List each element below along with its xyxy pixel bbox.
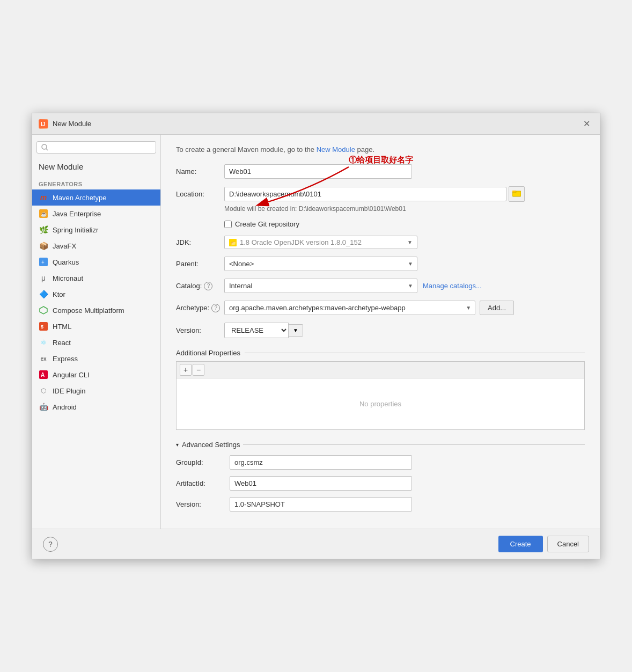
- version-adv-input[interactable]: [230, 497, 412, 512]
- no-properties-text: No properties: [177, 378, 584, 429]
- app-icon: IJ: [39, 119, 48, 129]
- name-row: Name:: [176, 164, 585, 179]
- maven-icon: m: [39, 193, 48, 202]
- sidebar: New Module Generators m Maven Archetype …: [32, 135, 161, 529]
- version-label: Version:: [176, 326, 224, 334]
- add-archetype-button[interactable]: Add...: [480, 301, 514, 315]
- add-property-button[interactable]: +: [180, 364, 192, 376]
- java-enterprise-icon: ☕: [39, 209, 48, 218]
- dialog-title: New Module: [53, 120, 580, 128]
- properties-toolbar: + −: [177, 362, 584, 378]
- additional-properties-section: Additional Properties: [176, 349, 585, 357]
- archetype-label: Archetype:: [176, 304, 209, 312]
- new-module-sidebar-label: New Module: [32, 158, 160, 178]
- manage-catalogs-link[interactable]: Manage catalogs...: [423, 282, 482, 290]
- sidebar-item-maven-archetype[interactable]: m Maven Archetype: [32, 189, 160, 206]
- jdk-dropdown-arrow: ▼: [407, 239, 413, 245]
- artifactid-label: ArtifactId:: [176, 479, 230, 487]
- browse-folder-button[interactable]: [509, 186, 525, 202]
- create-button[interactable]: Create: [498, 536, 543, 552]
- compose-icon: [39, 305, 48, 315]
- section-divider: [245, 353, 585, 353]
- module-path: Module will be created in: D:\ideaworksp…: [224, 205, 585, 213]
- catalog-row: Catalog: ? Internal ▼ Manage catalogs...: [176, 279, 585, 293]
- spring-icon: 🌿: [39, 225, 48, 235]
- content-area: To create a general Maven module, go to …: [161, 135, 600, 529]
- sidebar-item-javafx[interactable]: 📦 JavaFX: [32, 238, 160, 254]
- generators-section-label: Generators: [32, 178, 160, 189]
- new-module-dialog: IJ New Module ✕ New Module Generators: [32, 113, 600, 559]
- angular-icon: A: [39, 370, 48, 379]
- archetype-help-icon[interactable]: ?: [211, 304, 220, 312]
- advanced-collapse-arrow[interactable]: ▾: [176, 442, 179, 448]
- sidebar-item-ktor[interactable]: 🔷 Ktor: [32, 286, 160, 302]
- properties-table: + − No properties: [176, 361, 585, 430]
- svg-text:☕: ☕: [41, 211, 47, 217]
- location-label: Location:: [176, 190, 224, 198]
- git-repo-checkbox[interactable]: [224, 221, 232, 228]
- quarkus-icon: +: [39, 257, 48, 267]
- footer-buttons: Create Cancel: [498, 536, 590, 552]
- remove-property-button[interactable]: −: [193, 364, 204, 376]
- jdk-select[interactable]: 📁 1.8 Oracle OpenJDK version 1.8.0_152 ▼: [224, 236, 417, 249]
- sidebar-item-compose[interactable]: Compose Multiplatform: [32, 302, 160, 318]
- svg-point-2: [42, 144, 47, 149]
- html-icon: 5: [39, 322, 48, 331]
- advanced-settings-title: Advanced Settings: [182, 441, 240, 449]
- version-select[interactable]: RELEASE: [224, 323, 289, 338]
- catalog-label-group: Catalog: ?: [176, 282, 224, 290]
- android-icon: 🤖: [39, 402, 48, 412]
- express-icon: ex: [39, 354, 48, 363]
- version-dropdown-button[interactable]: ▼: [289, 324, 303, 337]
- svg-text:5: 5: [41, 324, 43, 330]
- name-label: Name:: [176, 167, 224, 176]
- close-button[interactable]: ✕: [580, 118, 593, 130]
- advanced-section-divider: [243, 444, 585, 445]
- parent-label: Parent:: [176, 260, 224, 268]
- archetype-label-group: Archetype: ?: [176, 304, 224, 312]
- svg-marker-8: [40, 306, 47, 314]
- dialog-footer: ? Create Cancel: [32, 529, 600, 559]
- sidebar-item-html[interactable]: 5 HTML: [32, 318, 160, 334]
- advanced-settings-section: ▾ Advanced Settings: [176, 441, 585, 449]
- new-module-link[interactable]: New Module: [317, 145, 355, 154]
- svg-text:📁: 📁: [231, 240, 236, 246]
- ide-plugin-icon: ⬡: [39, 386, 48, 396]
- location-row: Location:: [176, 186, 585, 202]
- sidebar-item-react[interactable]: ⚛ React: [32, 334, 160, 350]
- svg-text:A: A: [41, 372, 45, 378]
- sidebar-item-quarkus[interactable]: + Quarkus: [32, 254, 160, 270]
- version-select-group: RELEASE ▼: [224, 323, 303, 338]
- micronaut-icon: μ: [39, 273, 48, 283]
- catalog-help-icon[interactable]: ?: [204, 282, 212, 290]
- location-input[interactable]: [224, 187, 506, 201]
- parent-select[interactable]: <None>: [224, 257, 417, 271]
- name-input[interactable]: [224, 164, 412, 179]
- sidebar-item-angular[interactable]: A Angular CLI: [32, 367, 160, 383]
- title-bar: IJ New Module ✕: [32, 113, 600, 135]
- catalog-label: Catalog:: [176, 282, 202, 290]
- help-button[interactable]: ?: [43, 537, 58, 552]
- sidebar-item-ide-plugin[interactable]: ⬡ IDE Plugin: [32, 383, 160, 399]
- sidebar-item-micronaut[interactable]: μ Micronaut: [32, 270, 160, 286]
- sidebar-item-java-enterprise[interactable]: ☕ Java Enterprise: [32, 206, 160, 222]
- archetype-select[interactable]: org.apache.maven.archetypes:maven-archet…: [224, 301, 475, 315]
- svg-line-3: [46, 149, 48, 150]
- jdk-row: JDK: 📁 1.8 Oracle OpenJDK version 1.8.0_…: [176, 236, 585, 249]
- svg-rect-16: [512, 191, 516, 192]
- search-input[interactable]: [36, 141, 156, 154]
- cancel-button[interactable]: Cancel: [547, 536, 589, 552]
- catalog-select[interactable]: Internal: [224, 279, 417, 293]
- version-adv-label: Version:: [176, 500, 230, 508]
- artifactid-input[interactable]: [230, 476, 412, 491]
- groupid-label: GroupId:: [176, 458, 230, 466]
- svg-text:+: +: [41, 259, 45, 265]
- groupid-row: GroupId:: [176, 455, 585, 470]
- sidebar-item-express[interactable]: ex Express: [32, 350, 160, 367]
- svg-text:IJ: IJ: [41, 121, 45, 127]
- git-repo-label[interactable]: Create Git repository: [235, 220, 299, 228]
- artifactid-row: ArtifactId:: [176, 476, 585, 491]
- sidebar-item-spring-initializr[interactable]: 🌿 Spring Initializr: [32, 222, 160, 238]
- groupid-input[interactable]: [230, 455, 412, 470]
- sidebar-item-android[interactable]: 🤖 Android: [32, 399, 160, 415]
